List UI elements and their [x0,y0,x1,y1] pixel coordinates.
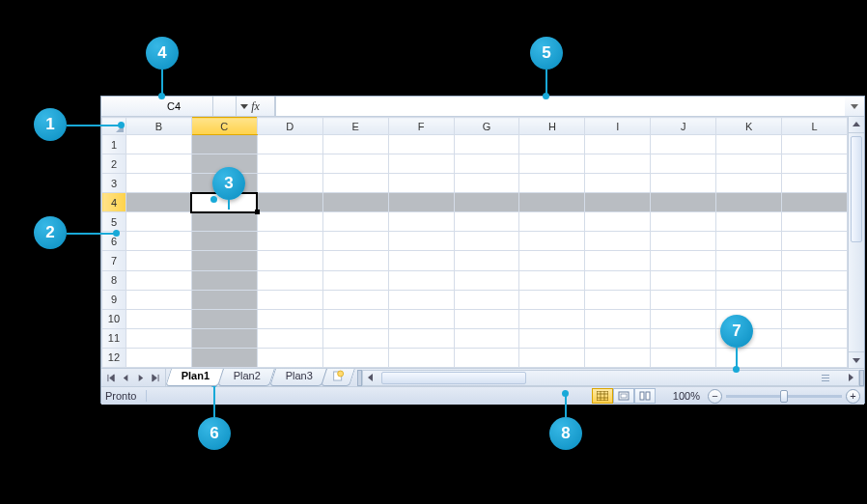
hscroll-splitter-right[interactable] [859,370,864,386]
column-header-B[interactable]: B [126,118,191,135]
row-header-10[interactable]: 10 [102,309,126,328]
cell-J8[interactable] [651,270,716,290]
cell-H4[interactable] [519,193,585,212]
view-page-layout-button[interactable] [613,388,634,404]
cell-F12[interactable] [388,348,454,367]
cell-F3[interactable] [388,174,454,193]
cell-C1[interactable] [191,135,257,154]
cell-B6[interactable] [126,232,191,251]
cell-D2[interactable] [257,154,322,174]
cell-H11[interactable] [519,328,585,348]
cell-I3[interactable] [585,174,651,193]
cell-J2[interactable] [651,154,716,174]
cell-G7[interactable] [454,251,519,270]
column-header-K[interactable]: K [716,118,782,135]
cell-H8[interactable] [519,270,585,290]
cell-G6[interactable] [454,232,519,251]
cell-C8[interactable] [191,270,257,290]
zoom-in-button[interactable]: + [846,389,860,404]
cell-L3[interactable] [782,174,848,193]
cell-E9[interactable] [322,290,388,309]
row-header-3[interactable]: 3 [102,174,126,193]
cell-C9[interactable] [191,290,257,309]
cell-E4[interactable] [322,193,388,212]
cell-E12[interactable] [322,348,388,367]
cell-B12[interactable] [126,348,191,367]
cell-C5[interactable] [191,212,257,232]
cell-I6[interactable] [585,232,651,251]
cell-C6[interactable] [191,232,257,251]
vertical-scroll-thumb[interactable] [851,136,862,242]
zoom-label[interactable]: 100% [673,390,700,402]
cell-C7[interactable] [191,251,257,270]
cell-G2[interactable] [454,154,519,174]
formula-input[interactable] [275,97,845,116]
cell-E10[interactable] [322,309,388,328]
cell-K9[interactable] [716,290,782,309]
cell-L11[interactable] [782,328,848,348]
cell-F11[interactable] [388,328,454,348]
scroll-right-icon[interactable] [842,371,858,385]
cell-B5[interactable] [126,212,191,232]
cell-F6[interactable] [388,232,454,251]
tab-nav-next-icon[interactable] [134,372,147,384]
zoom-out-button[interactable]: − [708,389,722,404]
column-header-E[interactable]: E [322,118,388,135]
cell-J7[interactable] [651,251,716,270]
cell-B1[interactable] [126,135,191,154]
cell-E3[interactable] [322,174,388,193]
tab-nav-prev-icon[interactable] [120,372,132,384]
row-header-2[interactable]: 2 [102,154,126,174]
cell-F4[interactable] [388,193,454,212]
cell-B8[interactable] [126,270,191,290]
column-header-D[interactable]: D [257,118,322,135]
cell-I8[interactable] [585,270,651,290]
cell-E8[interactable] [322,270,388,290]
cell-B7[interactable] [126,251,191,270]
cell-H3[interactable] [519,174,585,193]
column-header-F[interactable]: F [388,118,454,135]
cell-H10[interactable] [519,309,585,328]
column-header-J[interactable]: J [651,118,716,135]
cell-E6[interactable] [322,232,388,251]
row-header-8[interactable]: 8 [102,270,126,290]
scroll-left-icon[interactable] [363,371,379,385]
row-header-12[interactable]: 12 [102,348,126,367]
name-box[interactable] [101,97,213,116]
column-header-C[interactable]: C [191,118,257,135]
cell-G1[interactable] [454,135,519,154]
cell-J3[interactable] [651,174,716,193]
zoom-slider[interactable] [726,395,842,398]
cell-D7[interactable] [257,251,322,270]
cell-B9[interactable] [126,290,191,309]
cell-H6[interactable] [519,232,585,251]
cell-B10[interactable] [126,309,191,328]
cell-G5[interactable] [454,212,519,232]
sheet-tab-plan3[interactable]: Plan3 [269,369,327,386]
cell-L12[interactable] [782,348,848,367]
cell-G3[interactable] [454,174,519,193]
cell-I10[interactable] [585,309,651,328]
cell-E7[interactable] [322,251,388,270]
cell-J11[interactable] [651,328,716,348]
fx-button[interactable]: fx [237,97,275,116]
row-header-4[interactable]: 4 [102,193,126,212]
cell-G4[interactable] [454,193,519,212]
cell-D3[interactable] [257,174,322,193]
cell-H1[interactable] [519,135,585,154]
cell-K12[interactable] [716,348,782,367]
cell-B2[interactable] [126,154,191,174]
cell-C11[interactable] [191,328,257,348]
cell-F7[interactable] [388,251,454,270]
cell-H12[interactable] [519,348,585,367]
cell-D12[interactable] [257,348,322,367]
view-page-break-button[interactable] [634,388,656,404]
cell-F5[interactable] [388,212,454,232]
cell-I5[interactable] [585,212,651,232]
cell-K8[interactable] [716,270,782,290]
tab-nav-last-icon[interactable] [149,372,161,384]
cell-J9[interactable] [651,290,716,309]
zoom-slider-knob[interactable] [780,390,788,403]
cell-D1[interactable] [257,135,322,154]
cell-G9[interactable] [454,290,519,309]
